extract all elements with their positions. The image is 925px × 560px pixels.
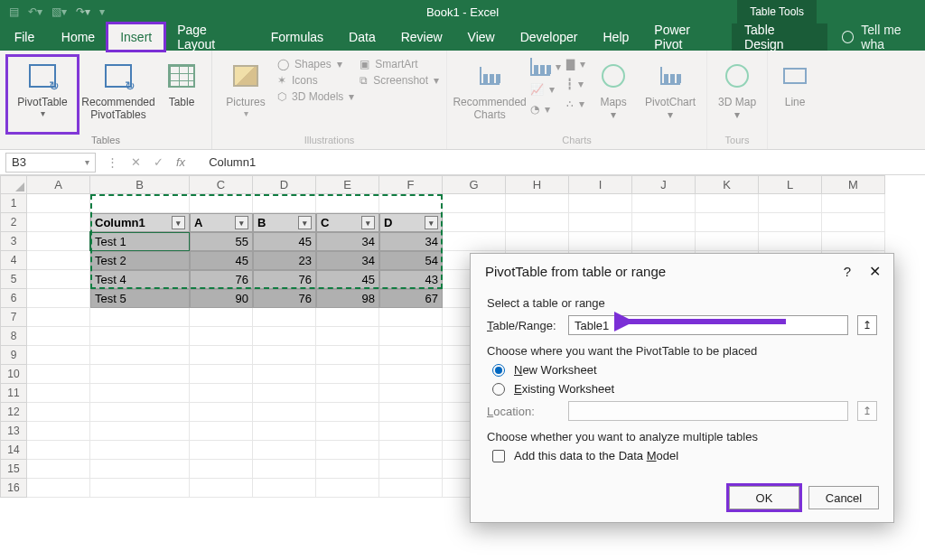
name-box[interactable]: B3 ▾: [5, 153, 96, 173]
cell-B7[interactable]: [90, 308, 190, 327]
cell-A3[interactable]: [27, 232, 90, 251]
chart-stat-button[interactable]: ┇▾: [566, 78, 585, 90]
tab-view[interactable]: View: [455, 23, 508, 51]
cell-F10[interactable]: [379, 365, 443, 384]
cell-E15[interactable]: [316, 460, 379, 479]
cell-B4[interactable]: Test 2: [90, 251, 190, 270]
cell-B13[interactable]: [90, 422, 190, 441]
tab-review[interactable]: Review: [388, 23, 455, 51]
cell-D13[interactable]: [253, 422, 316, 441]
cell-H3[interactable]: [506, 232, 569, 251]
cell-C3[interactable]: 55: [190, 232, 253, 251]
cell-A15[interactable]: [27, 460, 90, 479]
row-header-14[interactable]: 14: [0, 441, 27, 460]
cell-A11[interactable]: [27, 384, 90, 403]
row-header-9[interactable]: 9: [0, 346, 27, 365]
cell-F16[interactable]: [379, 479, 443, 498]
cell-E13[interactable]: [316, 422, 379, 441]
row-header-5[interactable]: 5: [0, 270, 27, 289]
cell-E16[interactable]: [316, 479, 379, 498]
collapse-dialog-button[interactable]: ↥: [857, 315, 877, 335]
row-header-16[interactable]: 16: [0, 479, 27, 498]
column-header-B[interactable]: B: [90, 175, 190, 194]
cell-D7[interactable]: [253, 308, 316, 327]
cell-B16[interactable]: [90, 479, 190, 498]
filter-dropdown-icon[interactable]: ▾: [361, 216, 375, 229]
cell-L2[interactable]: [759, 213, 822, 232]
tab-developer[interactable]: Developer: [508, 23, 591, 51]
cell-G1[interactable]: [443, 194, 506, 213]
checkbox-data-model[interactable]: [492, 450, 505, 462]
cell-C6[interactable]: 90: [190, 289, 253, 308]
column-header-G[interactable]: G: [443, 175, 506, 194]
cell-F15[interactable]: [379, 460, 443, 479]
cell-A5[interactable]: [27, 270, 90, 289]
cell-M3[interactable]: [822, 232, 885, 251]
insert-function-icon[interactable]: ⋮: [107, 155, 118, 169]
chart-hier-button[interactable]: ▇▾: [566, 58, 585, 70]
cell-B15[interactable]: [90, 460, 190, 479]
cell-E1[interactable]: [316, 194, 379, 213]
cell-B9[interactable]: [90, 346, 190, 365]
cell-A8[interactable]: [27, 327, 90, 346]
cell-C9[interactable]: [190, 346, 253, 365]
cell-B11[interactable]: [90, 384, 190, 403]
cell-F2[interactable]: D▾: [379, 213, 443, 232]
filter-dropdown-icon[interactable]: ▾: [425, 216, 438, 229]
cell-B10[interactable]: [90, 365, 190, 384]
close-icon[interactable]: ✕: [869, 263, 881, 280]
location-input[interactable]: [568, 401, 848, 421]
cell-F6[interactable]: 67: [379, 289, 443, 308]
cell-F4[interactable]: 54: [379, 251, 443, 270]
cell-C8[interactable]: [190, 327, 253, 346]
table-range-input[interactable]: Table1: [568, 315, 848, 335]
cell-D16[interactable]: [253, 479, 316, 498]
pivotchart-button[interactable]: PivotChart▾: [641, 56, 699, 133]
option-existing-worksheet[interactable]: Existing Worksheet: [492, 382, 877, 396]
cell-D9[interactable]: [253, 346, 316, 365]
cell-I2[interactable]: [569, 213, 632, 232]
cell-E9[interactable]: [316, 346, 379, 365]
cell-F3[interactable]: 34: [379, 232, 443, 251]
cell-A13[interactable]: [27, 422, 90, 441]
cell-B6[interactable]: Test 5: [90, 289, 190, 308]
tab-formulas[interactable]: Formulas: [258, 23, 336, 51]
3dmodels-button[interactable]: ⬡3D Models ▾: [277, 90, 354, 103]
cell-E14[interactable]: [316, 441, 379, 460]
smartart-button[interactable]: ▣SmartArt: [360, 58, 439, 70]
cell-C16[interactable]: [190, 479, 253, 498]
column-header-K[interactable]: K: [696, 175, 759, 194]
cell-D10[interactable]: [253, 365, 316, 384]
column-header-L[interactable]: L: [759, 175, 822, 194]
cell-F14[interactable]: [379, 441, 443, 460]
column-header-J[interactable]: J: [632, 175, 696, 194]
cell-F8[interactable]: [379, 327, 443, 346]
icons-button[interactable]: ✶Icons: [277, 74, 354, 87]
row-header-15[interactable]: 15: [0, 460, 27, 479]
cell-F9[interactable]: [379, 346, 443, 365]
ok-button[interactable]: OK: [729, 486, 799, 509]
cell-M2[interactable]: [822, 213, 885, 232]
cell-B2[interactable]: Column1▾: [90, 213, 190, 232]
cell-C15[interactable]: [190, 460, 253, 479]
cell-F12[interactable]: [379, 403, 443, 422]
row-header-12[interactable]: 12: [0, 403, 27, 422]
cell-C14[interactable]: [190, 441, 253, 460]
cell-E10[interactable]: [316, 365, 379, 384]
radio-new-worksheet[interactable]: [492, 364, 505, 377]
cell-C7[interactable]: [190, 308, 253, 327]
tab-page-layout[interactable]: Page Layout: [164, 23, 258, 51]
filter-dropdown-icon[interactable]: ▾: [298, 216, 312, 229]
tab-file[interactable]: File: [0, 23, 49, 51]
sparkline-line-button[interactable]: Line: [775, 56, 815, 149]
cell-B12[interactable]: [90, 403, 190, 422]
recommended-charts-button[interactable]: Recommended Charts: [454, 56, 525, 133]
select-all-button[interactable]: [0, 175, 27, 194]
cell-F13[interactable]: [379, 422, 443, 441]
cell-B5[interactable]: Test 4: [90, 270, 190, 289]
cell-J3[interactable]: [632, 232, 696, 251]
option-new-worksheet[interactable]: New Worksheet: [492, 363, 877, 377]
row-header-7[interactable]: 7: [0, 308, 27, 327]
cell-D15[interactable]: [253, 460, 316, 479]
recommended-pivottables-button[interactable]: Recommended PivotTables: [83, 56, 154, 133]
